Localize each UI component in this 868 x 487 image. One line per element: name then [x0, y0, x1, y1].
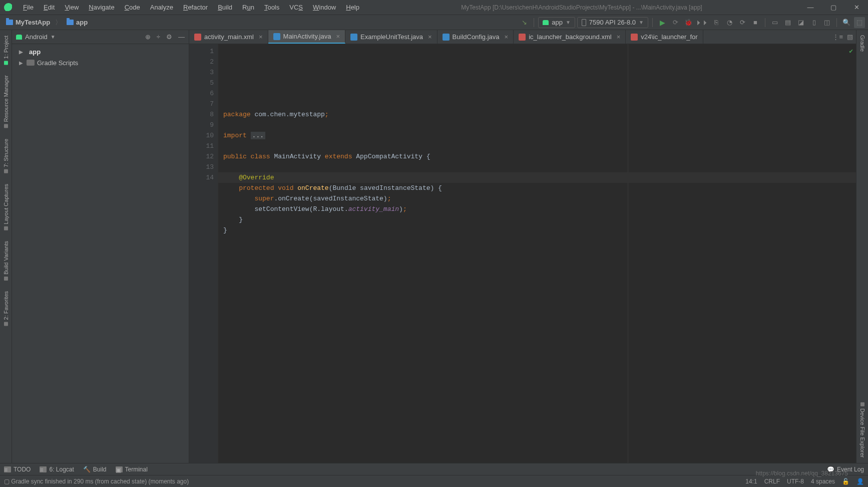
run-config-selector[interactable]: app ▼ — [538, 17, 575, 28]
menu-refactor[interactable]: Refactor — [178, 2, 213, 13]
close-icon[interactable]: × — [617, 33, 621, 41]
tool-logcat[interactable]: ≡6: Logcat — [40, 466, 74, 473]
expand-arrow-icon: ▶ — [19, 60, 24, 66]
breadcrumb-module-label: app — [76, 19, 88, 26]
tab-ic-launcher-for[interactable]: v24\ic_launcher_for — [626, 30, 703, 44]
menu-tools[interactable]: Tools — [259, 2, 284, 13]
menu-build[interactable]: Build — [213, 2, 237, 13]
tab-label: v24\ic_launcher_for — [641, 33, 697, 41]
tool-terminal[interactable]: ▣Terminal — [116, 466, 148, 473]
menu-view[interactable]: View — [60, 2, 84, 13]
make-project-button[interactable]: ↘ — [519, 17, 530, 28]
avd-manager-button[interactable]: ▭ — [769, 17, 780, 28]
menu-window[interactable]: Window — [308, 2, 341, 13]
tool-project[interactable]: 1: Project — [2, 30, 11, 70]
tool-favorites[interactable]: 2: Favorites — [2, 286, 11, 331]
menu-file[interactable]: File — [18, 2, 39, 13]
kw-package: package — [223, 111, 251, 118]
hide-panel-button[interactable]: — — [178, 33, 185, 41]
close-icon[interactable]: × — [336, 33, 340, 40]
tool-todo[interactable]: ≡TODO — [4, 466, 31, 473]
menu-help[interactable]: Help — [341, 2, 364, 13]
profile-button[interactable]: ⏵⏵ — [696, 17, 709, 28]
device-monitor-button[interactable]: ▯ — [808, 17, 819, 28]
gradle-elephant-icon[interactable]: ⬚ — [854, 17, 865, 28]
status-bar: ▢ Gradle sync finished in 290 ms (from c… — [0, 475, 868, 487]
separator — [534, 18, 534, 27]
menu-run[interactable]: Run — [237, 2, 259, 13]
file-encoding[interactable]: UTF-8 — [787, 478, 804, 485]
apply-changes-button[interactable]: ⟳ — [670, 17, 681, 28]
indent-info[interactable]: 4 spaces — [811, 478, 835, 485]
tab-activity-main[interactable]: activity_main.xml × — [189, 30, 268, 44]
line-separator[interactable]: CRLF — [764, 478, 780, 485]
tool-resource-manager[interactable]: Resource Manager — [2, 70, 11, 133]
layout-inspector-button[interactable]: ◪ — [795, 17, 806, 28]
close-button[interactable]: ✕ — [845, 0, 868, 15]
close-icon[interactable]: × — [428, 33, 432, 41]
run-button[interactable]: ▶ — [657, 17, 668, 28]
menu-edit[interactable]: Edit — [39, 2, 60, 13]
tab-ic-launcher-bg[interactable]: ic_launcher_background.xml × — [514, 30, 626, 44]
breadcrumb-root-label: MyTestApp — [16, 19, 50, 26]
tool-structure[interactable]: 7: Structure — [2, 133, 11, 178]
minimize-button[interactable]: — — [799, 0, 822, 15]
tool-device-file-explorer[interactable]: Device File Explorer — [858, 397, 867, 463]
run-config-label: app — [552, 19, 563, 26]
cursor-position[interactable]: 14:1 — [745, 478, 757, 485]
maximize-button[interactable]: ▢ — [822, 0, 845, 15]
settings-gear-icon[interactable]: ⚙ — [166, 33, 172, 41]
java-file-icon — [273, 33, 280, 40]
resource-manager-button[interactable]: ◫ — [821, 17, 832, 28]
status-message: Gradle sync finished in 290 ms (from cac… — [11, 478, 189, 485]
attach-debugger-button[interactable]: ⎘ — [711, 17, 722, 28]
readonly-lock-icon[interactable]: 🔓 — [842, 478, 849, 485]
app-logo-icon — [4, 3, 13, 12]
stop-button[interactable]: ■ — [750, 17, 761, 28]
gradle-icon[interactable]: ▧ — [847, 33, 853, 41]
expand-arrow-icon: ▶ — [19, 49, 24, 55]
tab-build-config[interactable]: BuildConfig.java × — [438, 30, 514, 44]
tool-gradle[interactable]: Gradle — [858, 30, 867, 57]
hammer-icon: 🔨 — [83, 466, 91, 473]
folded-imports[interactable]: ... — [251, 132, 265, 139]
close-icon[interactable]: × — [505, 33, 509, 41]
xml-file-icon — [194, 34, 201, 41]
editor-body[interactable]: 123 567 8910 111213 14 ✔ package com.che… — [189, 44, 856, 463]
menu-analyze[interactable]: Analyze — [145, 2, 178, 13]
close-icon[interactable]: × — [259, 33, 263, 41]
sdk-manager-button[interactable]: ▤ — [782, 17, 793, 28]
status-icon[interactable]: ▢ — [4, 478, 10, 485]
tool-build-variants[interactable]: Build Variants — [2, 235, 11, 286]
inspection-ok-icon[interactable]: ✔ — [849, 46, 853, 57]
search-everywhere-button[interactable]: 🔍 — [841, 17, 852, 28]
xml-file-icon — [519, 34, 526, 41]
breadcrumb-root[interactable]: MyTestApp — [3, 18, 53, 27]
separator — [836, 18, 837, 27]
tool-build[interactable]: 🔨Build — [83, 466, 107, 473]
bottom-tool-tabs: ≡TODO ≡6: Logcat 🔨Build ▣Terminal 💬Event… — [0, 463, 868, 475]
hector-icon[interactable]: 👤 — [856, 478, 864, 485]
tree-node-app[interactable]: ▶ app — [12, 46, 189, 57]
tabs-actions-icon[interactable]: ⋮≡ — [832, 33, 843, 41]
tool-layout-captures[interactable]: Layout Captures — [2, 178, 11, 235]
sync-button[interactable]: ⟳ — [737, 17, 748, 28]
tab-main-activity[interactable]: MainActivity.java × — [268, 30, 345, 44]
debug-button[interactable]: 🐞 — [683, 17, 694, 28]
menu-code[interactable]: Code — [120, 2, 145, 13]
breadcrumb-module[interactable]: app — [64, 18, 91, 27]
code-view[interactable]: ✔ package com.chen.mytestapp; import ...… — [218, 44, 856, 463]
project-view-selector[interactable]: Android — [25, 33, 48, 41]
logcat-icon: ≡ — [40, 466, 47, 472]
menu-vcs[interactable]: VCS — [284, 2, 308, 13]
tab-example-unit-test[interactable]: ExampleUnitTest.java × — [345, 30, 438, 44]
tree-node-gradle-scripts[interactable]: ▶ Gradle Scripts — [12, 57, 189, 68]
select-opened-file-button[interactable]: ⊕ — [145, 33, 151, 41]
collapse-all-button[interactable]: ÷ — [157, 33, 160, 41]
menu-navigate[interactable]: Navigate — [84, 2, 119, 13]
breadcrumb: MyTestApp 〉 app — [3, 18, 91, 27]
coverage-button[interactable]: ◔ — [724, 17, 735, 28]
device-label: 7590 API 26-8.0 — [589, 19, 636, 26]
device-selector[interactable]: 7590 API 26-8.0 ▼ — [577, 17, 648, 28]
watermark-text: https://blog.csdn.net/qq_38213675 — [756, 470, 848, 477]
